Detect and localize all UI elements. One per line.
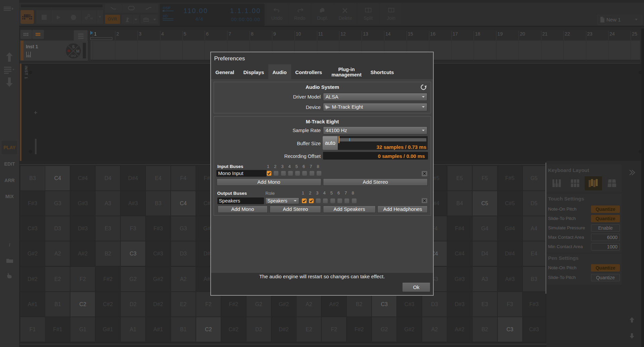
svg-text:S: S [72, 45, 75, 49]
svg-text:M: M [76, 49, 79, 54]
svg-text:w: w [90, 16, 93, 20]
